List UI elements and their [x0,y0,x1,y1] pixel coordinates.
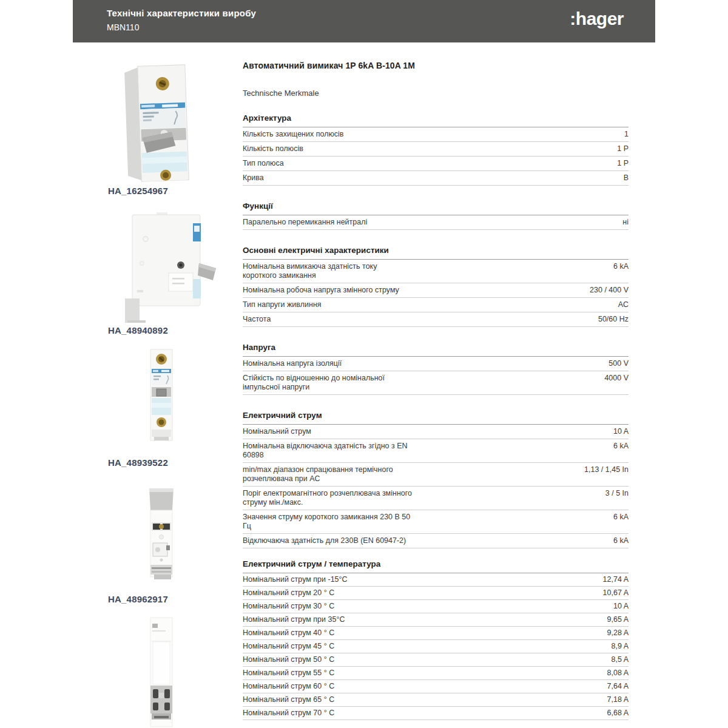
spec-value: 230 / 400 V [582,286,629,295]
spec-label: Значення струму короткого замикання 230 … [243,513,410,531]
section-title: Основні електричні характеристики [243,246,629,260]
spec-row: Номінальний струм при 35°C 9,65 A [243,613,629,627]
spec-section: Архітектура Кількість захищених полюсів … [243,113,629,186]
breaker-side-icon [103,207,221,323]
spec-value: 6 kA [606,262,629,271]
section-rows: Номінальна вимикаюча здатність току коро… [243,260,629,327]
spec-row: Номінальний струм 60 ° C 7,64 A [243,680,629,693]
spec-value: 6,68 A [600,709,629,718]
spec-value: 9,65 A [600,615,629,624]
spec-section: Напруга Номінальна напруга ізоляції 500 … [243,343,629,395]
spec-label: Тип напруги живлиння [243,300,322,309]
spec-sections: Архітектура Кількість захищених полюсів … [243,113,629,720]
spec-value: AC [611,300,629,309]
spec-row: Номінальний струм 50 ° C 8,5 A [243,653,629,667]
spec-label: Номінальний струм 20 ° C [243,588,334,598]
image-caption: HA_16254967 [103,186,221,196]
spec-row: min/max діапазон спрацювання термічного … [243,463,629,487]
spec-row: Кількість полюсів 1 P [243,142,629,157]
spec-label: Номінальний струм 65 ° C [243,695,334,704]
spec-value: 3 / 5 In [598,489,629,498]
spec-value: 6 kA [606,536,629,545]
spec-content: Автоматичний вимикач 1P 6kA B-10A 1M Tec… [243,61,629,720]
spec-value: 9,28 A [600,629,629,638]
spec-value: ні [615,218,629,227]
spec-label: Номінальний струм 50 ° C [243,655,334,664]
spec-section: Основні електричні характеристики Номіна… [243,246,629,327]
spec-label: Номінальна робоча напруга змінного струм… [243,286,399,295]
section-rows: Номінальна напруга ізоляції 500 V Стійкі… [243,357,629,395]
spec-row: Стійкість по відношенню до номінальної і… [243,371,629,395]
image-caption: HA_48939522 [103,457,221,468]
spec-value: 4000 V [597,374,629,383]
spec-label: Номінальний струм [243,427,311,436]
spec-value: 1 P [610,159,629,168]
section-title: Архітектура [243,113,629,127]
datasheet-page: Технічні характеристики виробу MBN110 :h… [0,0,728,728]
spec-label: Номінальний струм при -15°C [243,575,348,584]
product-photo-angled: HA_16254967 [103,61,221,196]
spec-value: 10 A [606,602,629,611]
breaker-front-icon [103,345,221,455]
spec-row: Номінальний струм 20 ° C 10,67 A [243,587,629,600]
section-title: Електричний струм [243,411,629,425]
spec-row: Номінальна напруга ізоляції 500 V [243,357,629,371]
spec-label: Поріг електромагнітного розчеплювача змі… [243,489,412,507]
spec-row: Поріг електромагнітного розчеплювача змі… [243,487,629,510]
hager-logo: :hager [570,8,624,29]
spec-label: Номінальна відключаюча здатність згідно … [243,442,408,460]
spec-label: Відключаюча здатність для 230В (EN 60947… [243,536,406,545]
spec-value: 1,13 / 1,45 In [577,465,629,474]
section-rows: Паралельно перемикання нейтралі ні [243,215,629,230]
spec-row: Номінальний струм при -15°C 12,74 A [243,573,629,587]
doc-subtitle: MBN110 [107,22,139,32]
spec-value: 6 kA [606,442,629,451]
spec-value: 50/60 Hz [591,315,629,324]
spec-row: Значення струму короткого замикання 230 … [243,510,629,534]
spec-section: Електричний струм Номінальний струм 10 A… [243,411,629,548]
spec-value: 10,67 A [596,588,629,598]
spec-row: Тип напруги живлиння AC [243,298,629,312]
spec-section: Електричний струм / температура Номіналь… [243,559,629,720]
spec-row: Номінальна відключаюча здатність згідно … [243,439,629,463]
spec-label: Номінальний струм 60 ° C [243,682,334,691]
spec-value: 1 [617,130,629,139]
spec-label: Номінальний струм 45 ° C [243,642,334,651]
spec-value: B [616,174,629,183]
header-bar: Технічні характеристики виробу MBN110 :h… [73,0,655,42]
spec-row: Тип полюса 1 P [243,157,629,171]
spec-label: Номінальна напруга ізоляції [243,359,342,368]
spec-row: Паралельно перемикання нейтралі ні [243,215,629,230]
spec-label: Номінальний струм 55 ° C [243,669,334,678]
spec-value: 12,74 A [596,575,629,584]
spec-row: Номінальний струм 65 ° C 7,18 A [243,693,629,707]
spec-label: Кількість полюсів [243,144,303,153]
spec-value: 8,9 A [604,642,629,651]
spec-label: Кількість захищених полюсів [243,130,343,139]
product-photo-bottom [103,614,221,728]
section-title: Напруга [243,343,629,357]
spec-row: Номінальний струм 45 ° C 8,9 A [243,640,629,653]
section-title: Електричний струм / температура [243,559,629,573]
spec-label: min/max діапазон спрацювання термічного … [243,465,393,484]
spec-value: 8,5 A [604,655,629,664]
spec-value: 7,18 A [600,695,629,704]
breaker-angled-icon [103,61,221,183]
spec-value: 8,08 A [600,669,629,678]
section-rows: Кількість захищених полюсів 1 Кількість … [243,127,629,186]
spec-row: Номінальний струм 70 ° C 6,68 A [243,707,629,720]
spec-value: 500 V [601,359,629,368]
spec-label: Номінальний струм 70 ° C [243,709,334,718]
doc-title: Технічні характеристики виробу [107,8,256,18]
breaker-top-icon [103,481,221,592]
spec-row: Номінальна робоча напруга змінного струм… [243,283,629,298]
spec-label: Номінальний струм при 35°C [243,615,345,624]
image-caption: HA_48940892 [103,325,221,335]
section-title: Функції [243,201,629,215]
product-photo-front: HA_48939522 [103,345,221,468]
spec-row: Номінальний струм 55 ° C 8,08 A [243,667,629,680]
spec-label: Номінальна вимикаюча здатність току коро… [243,262,377,280]
spec-row: Номінальна вимикаюча здатність току коро… [243,260,629,283]
spec-row: Кількість захищених полюсів 1 [243,127,629,142]
spec-row: Номінальний струм 30 ° C 10 A [243,600,629,613]
